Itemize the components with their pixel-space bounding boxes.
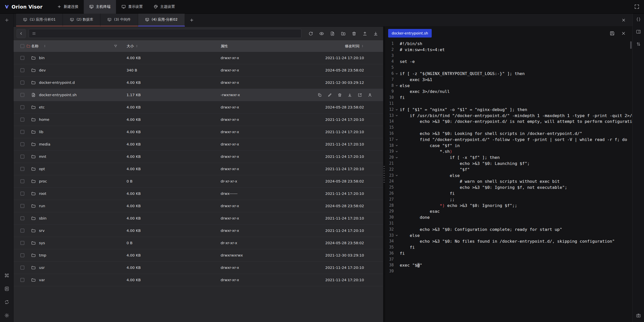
preview-hidden-files-icon[interactable] [319, 31, 324, 36]
new-terminal-icon[interactable] [4, 18, 9, 23]
fold-chevron-icon[interactable] [394, 113, 400, 119]
refresh-icon[interactable] [308, 31, 313, 36]
file-name[interactable]: docker-entrypoint.sh [39, 93, 77, 97]
file-name[interactable]: usr [39, 266, 45, 270]
row-checkbox[interactable] [20, 179, 24, 183]
file-name[interactable]: proc [39, 179, 47, 183]
sort-name-icon[interactable] [43, 44, 46, 48]
row-checkbox[interactable] [20, 56, 24, 60]
copy-path-icon[interactable] [317, 93, 322, 97]
command-snippets-icon[interactable] [636, 17, 641, 22]
row-checkbox[interactable] [20, 142, 24, 146]
sort-size-icon[interactable] [135, 44, 138, 48]
delete-icon[interactable] [338, 93, 342, 97]
file-row-run[interactable]: run4.00 KBdrwxr-xr-x2024-05-28 23:58:02 [14, 200, 383, 212]
file-name[interactable]: lib [39, 130, 43, 134]
editor-file-tab[interactable]: docker-entrypoint.sh [388, 29, 432, 38]
file-row-proc[interactable]: proc0 Bdr-xr-xr-x2024-05-28 23:58:02 [14, 175, 383, 188]
file-row-usr[interactable]: usr4.00 KBdrwxr-xr-x2021-11-24 17:20:10 [14, 262, 383, 274]
file-name[interactable]: home [39, 118, 49, 122]
row-checkbox[interactable] [20, 68, 24, 72]
editor-close-icon[interactable] [621, 31, 626, 36]
download-icon[interactable] [348, 93, 352, 97]
fold-chevron-icon[interactable] [394, 155, 400, 161]
file-name[interactable]: root [39, 192, 46, 196]
new-file-icon[interactable] [330, 31, 335, 36]
address-book-icon[interactable] [4, 286, 9, 291]
row-checkbox[interactable] [20, 204, 24, 208]
file-row-dev[interactable]: dev340 Bdrwxr-xr-x2024-05-28 23:58:02 [14, 64, 383, 77]
download-icon[interactable] [373, 31, 378, 36]
quick-send-icon[interactable] [636, 42, 641, 47]
code-editor[interactable]: 1#!/bin/sh2# vim:sw=4:ts=4:et34set -e56i… [385, 40, 632, 322]
terminal-tab-4[interactable]: (4) 应用-分析02 [138, 14, 185, 26]
file-name[interactable]: sbin [39, 216, 47, 220]
row-checkbox[interactable] [20, 155, 24, 159]
save-icon[interactable] [610, 31, 615, 36]
file-row-var[interactable]: var4.00 KBdrwxr-xr-x2021-11-24 17:20:10 [14, 274, 383, 286]
file-row-srv[interactable]: srv4.00 KBdrwxr-xr-x2021-11-24 17:20:10 [14, 225, 383, 237]
header-folder-icon[interactable] [26, 44, 30, 48]
file-name[interactable]: mnt [39, 155, 46, 159]
terminal-tab-3[interactable]: (3) 中间件 [100, 14, 138, 26]
row-checkbox[interactable] [20, 118, 24, 122]
file-name[interactable]: sys [39, 241, 45, 245]
terminal-tab-1[interactable]: (1) 应用-分析01 [16, 14, 63, 26]
file-row-root[interactable]: root4.00 KBdrwx------2021-11-24 17:20:10 [14, 188, 383, 200]
sync-settings-icon[interactable] [4, 300, 9, 305]
file-row-docker-entrypoint.sh[interactable]: docker-entrypoint.sh1.17 KB-rwxrwxr-x [14, 89, 383, 101]
upload-icon[interactable] [363, 31, 367, 36]
close-tabs-icon[interactable] [621, 18, 626, 22]
file-name[interactable]: bin [39, 56, 45, 60]
file-row-sbin[interactable]: sbin4.00 KBdrwxr-xr-x2021-11-24 17:20:10 [14, 212, 383, 225]
fold-chevron-icon[interactable] [394, 173, 400, 179]
row-checkbox[interactable] [20, 266, 24, 270]
row-checkbox[interactable] [20, 81, 24, 85]
nav-item-display[interactable]: 显示设置 [116, 0, 148, 14]
brand[interactable]: Orion Visor [5, 4, 43, 10]
file-row-etc[interactable]: etc4.00 KBdrwxr-xr-x2024-05-28 23:58:02 [14, 101, 383, 114]
row-checkbox[interactable] [20, 278, 24, 282]
fold-chevron-icon[interactable] [394, 71, 400, 77]
edit-icon[interactable] [328, 93, 332, 97]
file-row-mnt[interactable]: mnt4.00 KBdrwxr-xr-x2021-11-24 17:20:10 [14, 151, 383, 163]
row-checkbox[interactable] [20, 229, 24, 233]
panel-layout-icon[interactable] [636, 29, 641, 34]
sort-mtime-icon[interactable] [361, 44, 364, 48]
file-name[interactable]: docker-entrypoint.d [39, 81, 75, 85]
file-name[interactable]: run [39, 204, 45, 208]
nav-item-plus[interactable]: 新建连接 [52, 0, 84, 14]
file-row-sys[interactable]: sys0 Bdr-xr-xr-x2024-05-28 23:58:02 [14, 237, 383, 249]
new-folder-icon[interactable] [341, 31, 346, 36]
delete-icon[interactable] [352, 31, 356, 36]
command-palette-icon[interactable] [4, 273, 9, 278]
panel-splitter[interactable] [383, 27, 385, 322]
file-row-opt[interactable]: opt4.00 KBdrwxr-xr-x2021-11-24 17:20:10 [14, 163, 383, 175]
file-row-lib[interactable]: lib4.00 KBdrwxr-xr-x2021-11-24 17:20:10 [14, 126, 383, 138]
fold-chevron-icon[interactable] [394, 107, 400, 113]
fold-chevron-icon[interactable] [394, 143, 400, 149]
row-checkbox[interactable] [20, 241, 24, 245]
nav-item-terminal[interactable]: 主机终端 [84, 0, 116, 14]
file-name[interactable]: dev [39, 68, 46, 72]
row-checkbox[interactable] [20, 167, 24, 171]
path-list-icon[interactable] [32, 31, 36, 35]
file-name[interactable]: etc [39, 105, 45, 109]
file-row-bin[interactable]: bin4.00 KBdrwxr-xr-x2021-11-24 17:20:10 [14, 52, 383, 64]
move-icon[interactable] [358, 93, 362, 97]
file-name[interactable]: media [39, 142, 50, 146]
file-row-media[interactable]: media4.00 KBdrwxr-xr-x2021-11-24 17:20:1… [14, 138, 383, 151]
filter-icon[interactable] [114, 44, 117, 48]
fullscreen-icon[interactable] [634, 4, 639, 9]
screenshot-icon[interactable] [636, 313, 641, 318]
back-button[interactable] [17, 29, 26, 38]
row-checkbox[interactable] [20, 93, 24, 97]
fold-chevron-icon[interactable] [394, 137, 400, 143]
editor-scrollbar[interactable] [630, 41, 632, 49]
row-checkbox[interactable] [20, 253, 24, 257]
fold-chevron-icon[interactable] [394, 83, 400, 89]
fold-chevron-icon[interactable] [394, 233, 400, 239]
fold-chevron-icon[interactable] [394, 149, 400, 155]
file-row-tmp[interactable]: tmp4.00 KBdrwxrwxrwx2021-12-30 03:29:10 [14, 249, 383, 262]
row-checkbox[interactable] [20, 192, 24, 196]
